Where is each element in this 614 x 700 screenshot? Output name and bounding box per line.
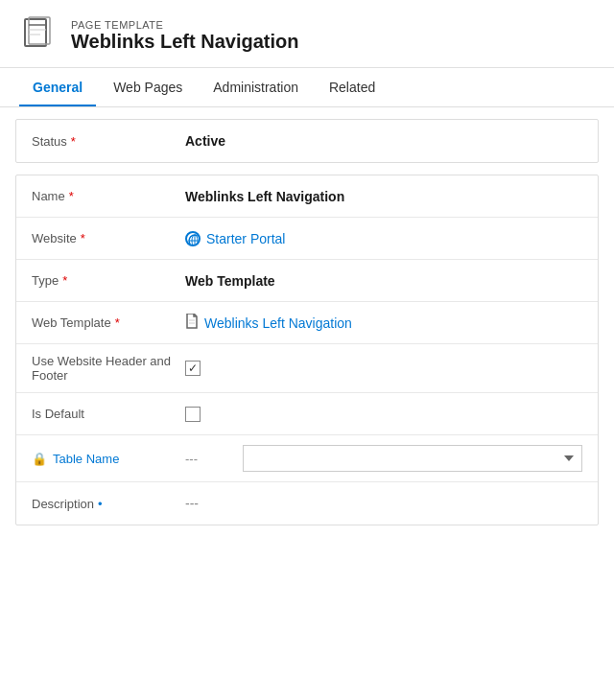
- table-name-label[interactable]: 🔒 Table Name: [32, 452, 185, 466]
- page-template-icon: [19, 15, 59, 56]
- table-name-dashes: ---: [185, 452, 243, 466]
- use-header-footer-value: [185, 361, 582, 376]
- page-title: Weblinks Left Navigation: [71, 31, 298, 53]
- header-text: PAGE TEMPLATE Weblinks Left Navigation: [71, 19, 298, 53]
- web-template-row: Web Template * Weblinks Left Navigation: [16, 302, 598, 344]
- tab-related[interactable]: Related: [316, 68, 389, 106]
- details-section: Name * Weblinks Left Navigation Website …: [15, 175, 599, 525]
- page-template-label: PAGE TEMPLATE: [71, 19, 298, 31]
- status-row: Status * Active: [16, 120, 598, 162]
- name-required: *: [69, 189, 74, 203]
- status-required: *: [71, 134, 76, 149]
- tab-general[interactable]: General: [19, 68, 96, 106]
- use-header-footer-checkbox[interactable]: [185, 361, 201, 376]
- website-label: Website *: [32, 231, 185, 245]
- is-default-row: Is Default: [16, 393, 598, 435]
- name-value: Weblinks Left Navigation: [185, 189, 582, 204]
- status-section: Status * Active: [15, 119, 599, 163]
- website-row: Website * Starter Portal: [16, 218, 598, 260]
- globe-icon: [185, 231, 201, 246]
- website-required: *: [81, 231, 85, 245]
- use-header-footer-label: Use Website Header and Footer: [32, 354, 185, 383]
- name-label: Name *: [32, 189, 185, 203]
- is-default-value: [185, 407, 582, 422]
- is-default-checkbox[interactable]: [185, 407, 201, 422]
- description-required: •: [98, 497, 103, 511]
- description-row: Description • ---: [16, 482, 598, 525]
- type-row: Type * Web Template: [16, 260, 598, 302]
- file-icon: [185, 314, 199, 332]
- web-template-value[interactable]: Weblinks Left Navigation: [185, 314, 582, 332]
- use-header-footer-row: Use Website Header and Footer: [16, 344, 598, 393]
- website-value[interactable]: Starter Portal: [185, 231, 582, 246]
- type-required: *: [62, 273, 67, 288]
- status-value: Active: [185, 133, 582, 149]
- table-name-dropdown[interactable]: [243, 445, 582, 472]
- name-row: Name * Weblinks Left Navigation: [16, 175, 598, 218]
- is-default-checkbox-wrap: [185, 407, 582, 422]
- web-template-label: Web Template *: [32, 315, 185, 330]
- is-default-label: Is Default: [32, 407, 185, 421]
- page-header: PAGE TEMPLATE Weblinks Left Navigation: [0, 0, 614, 68]
- tab-web-pages[interactable]: Web Pages: [100, 68, 196, 106]
- use-header-footer-checkbox-wrap: [185, 361, 582, 376]
- type-label: Type *: [32, 273, 185, 288]
- status-label: Status *: [32, 134, 185, 149]
- lock-icon: 🔒: [32, 452, 47, 466]
- tab-bar: General Web Pages Administration Related: [0, 68, 614, 107]
- description-value: ---: [185, 496, 582, 511]
- type-value: Web Template: [185, 273, 582, 289]
- description-label: Description •: [32, 497, 185, 511]
- tab-administration[interactable]: Administration: [200, 68, 312, 106]
- table-name-row: 🔒 Table Name ---: [16, 435, 598, 482]
- web-template-required: *: [115, 315, 120, 330]
